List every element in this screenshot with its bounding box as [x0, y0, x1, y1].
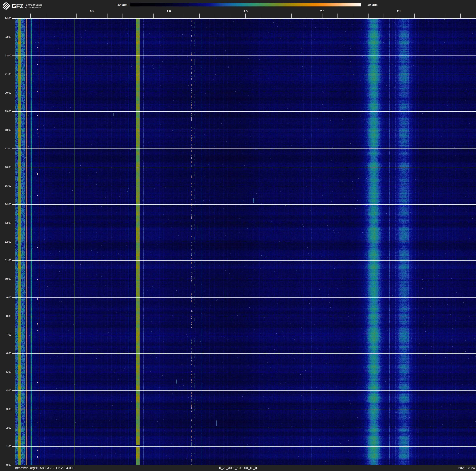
- hour-gridline: [12, 428, 476, 428]
- hour-gridline: [12, 55, 476, 56]
- freq-tick: [76, 14, 77, 18]
- freq-tick: [276, 14, 276, 18]
- freq-tick: [107, 14, 107, 18]
- hour-gridline: [12, 390, 476, 391]
- gfz-logo: GFZ Helmholtz Centre for Geosciences: [3, 2, 42, 10]
- freq-tick: [122, 14, 123, 18]
- freq-tick: [414, 14, 415, 18]
- freq-tick: [153, 14, 153, 18]
- freq-tick: [430, 14, 430, 18]
- time-tick-label: 2:00: [0, 426, 11, 429]
- freq-tick: [384, 14, 384, 18]
- time-tick-label: 6:00: [0, 352, 11, 355]
- time-tick-label: 11:00: [0, 259, 11, 262]
- time-tick-label: 1:00: [0, 445, 11, 448]
- time-tick-label: 18:00: [0, 128, 11, 132]
- freq-tick-label: 0.5: [86, 10, 98, 13]
- freq-tick: [353, 14, 353, 18]
- freq-tick: [368, 14, 369, 18]
- gfz-logo-icon: [3, 2, 10, 10]
- freq-tick-label: 2.5: [393, 10, 405, 13]
- hour-gridline: [12, 186, 476, 186]
- freq-tick: [445, 14, 445, 18]
- time-tick-label: 23:00: [0, 36, 11, 38]
- freq-tick: [92, 14, 92, 18]
- freq-tick: [338, 14, 338, 18]
- hour-gridline: [12, 297, 476, 298]
- freq-tick: [46, 14, 46, 18]
- time-tick-label: 15:00: [0, 184, 11, 187]
- hour-gridline: [12, 242, 476, 242]
- freq-tick: [184, 14, 184, 18]
- freq-tick: [230, 14, 230, 18]
- freq-tick-label: 1.0: [163, 10, 175, 13]
- hour-gridline: [12, 465, 476, 465]
- freq-tick: [261, 14, 261, 18]
- freq-tick: [291, 14, 292, 18]
- time-tick-label: 10:00: [0, 277, 11, 281]
- freq-tick: [322, 14, 323, 18]
- time-tick-label: 20:00: [0, 91, 11, 94]
- time-tick-label: 9:00: [0, 296, 11, 299]
- freq-tick: [199, 14, 200, 18]
- freq-tick: [30, 14, 31, 18]
- time-tick-label: 22:00: [0, 54, 11, 57]
- colorbar-max-label: -20 dBm: [367, 3, 388, 6]
- freq-tick: [169, 14, 169, 18]
- time-tick-label: 24:00: [0, 17, 11, 20]
- freq-tick: [138, 14, 138, 18]
- hour-gridline: [12, 18, 476, 18]
- freq-tick: [460, 14, 461, 18]
- colorbar-gradient: [130, 3, 361, 6]
- freq-tick: [245, 14, 246, 18]
- spectrogram-page: GFZ Helmholtz Centre for Geosciences -80…: [0, 0, 476, 471]
- hour-gridline: [12, 130, 476, 130]
- hour-gridline: [12, 409, 476, 409]
- time-tick-label: 7:00: [0, 333, 11, 336]
- hour-gridline: [12, 446, 476, 447]
- hour-gridline: [12, 335, 476, 335]
- time-tick-label: 14:00: [0, 203, 11, 206]
- freq-tick: [307, 14, 307, 18]
- time-tick-label: 5:00: [0, 370, 11, 374]
- hour-gridline: [12, 316, 476, 316]
- hour-gridline: [12, 167, 476, 167]
- hour-gridline: [12, 260, 476, 261]
- colorbar-min-label: -80 dBm: [107, 3, 127, 6]
- time-tick-label: 4:00: [0, 389, 11, 392]
- logo-name-line2: for Geosciences: [25, 6, 41, 9]
- logo-acronym: GFZ: [12, 3, 23, 10]
- hour-gridline: [12, 37, 476, 37]
- hour-gridline: [12, 111, 476, 112]
- time-tick-label: 17:00: [0, 147, 11, 150]
- time-tick-label: 19:00: [0, 110, 11, 113]
- time-tick-label: 16:00: [0, 166, 11, 169]
- time-tick-label: 13:00: [0, 221, 11, 225]
- freq-tick: [399, 14, 399, 18]
- hour-gridline: [12, 148, 476, 149]
- time-tick-label: 21:00: [0, 73, 11, 76]
- hour-gridline: [12, 93, 476, 93]
- freq-tick: [215, 14, 215, 18]
- hour-gridline: [12, 372, 476, 372]
- hour-gridline: [12, 74, 476, 74]
- time-tick-label: 8:00: [0, 315, 11, 318]
- date-label: 2026-03-24: [458, 466, 475, 470]
- time-tick-label: 12:00: [0, 240, 11, 243]
- dataset-id: 0_20_3000_100000_40_0: [0, 466, 476, 470]
- hour-gridline: [12, 279, 476, 279]
- logo-name-line1: Helmholtz Centre: [25, 3, 42, 6]
- logo-name: Helmholtz Centre for Geosciences: [25, 3, 42, 9]
- hour-gridline: [12, 204, 476, 205]
- hour-gridline: [12, 223, 476, 223]
- freq-tick-label: 2.0: [316, 10, 328, 13]
- hour-gridline: [12, 353, 476, 354]
- freq-tick: [61, 14, 61, 18]
- freq-tick-label: 1.5: [239, 10, 252, 13]
- time-tick-label: 3:00: [0, 408, 11, 411]
